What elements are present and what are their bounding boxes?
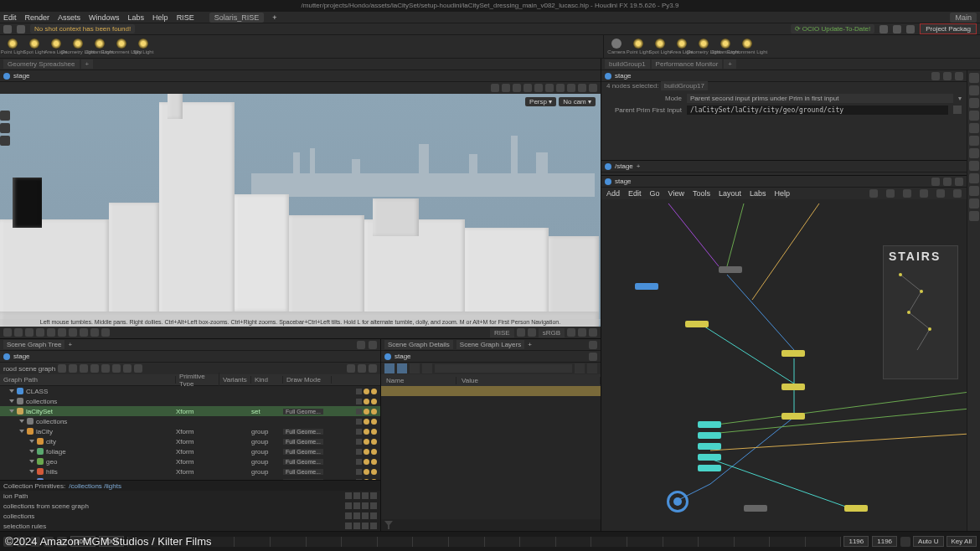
tree-tb-3[interactable] (80, 364, 88, 373)
vp-tool-5[interactable] (534, 84, 543, 92)
nv-btn-2[interactable] (397, 363, 407, 373)
vpc-r1[interactable] (567, 328, 575, 337)
net-stage-crumb[interactable]: stage (615, 178, 632, 185)
tree-tb-5[interactable] (101, 364, 110, 373)
node-6[interactable] (781, 413, 805, 420)
tree-opt-1[interactable] (357, 341, 365, 349)
vpc-6[interactable] (58, 328, 66, 337)
vt-7[interactable] (969, 148, 979, 158)
details-body[interactable] (381, 386, 601, 519)
shelf-spot-light[interactable]: Spot Light (25, 38, 44, 56)
tree-tb-7[interactable] (123, 364, 132, 373)
shelf-lop-geometry[interactable]: Geometry Light (694, 38, 713, 56)
tree-stage-crumb[interactable]: stage (13, 353, 30, 360)
vp-tool-7[interactable] (556, 84, 565, 92)
auto-update[interactable]: Auto U (913, 536, 943, 547)
right-tab-add[interactable]: + (724, 59, 736, 69)
vt-11[interactable] (969, 198, 979, 209)
network-overview[interactable]: STAIRS (883, 245, 958, 379)
net-menu-layout[interactable]: Layout (719, 189, 741, 198)
menu-assets[interactable]: Assets (58, 13, 80, 22)
tree-tb-2[interactable] (69, 364, 77, 373)
desktop-add[interactable]: + (272, 13, 276, 22)
menu-labs[interactable]: Labs (128, 13, 145, 22)
net-tb-5[interactable] (936, 189, 945, 198)
gear-icon[interactable] (589, 84, 597, 92)
nv-btn-1[interactable] (384, 363, 395, 373)
details-opt[interactable] (589, 341, 597, 349)
details-selected-row[interactable] (381, 386, 601, 396)
save-icon[interactable] (17, 25, 25, 33)
tab-scene-graph-details[interactable]: Scene Graph Details (384, 340, 453, 349)
col-graph-path[interactable]: Graph Path (0, 376, 176, 384)
node-1[interactable] (635, 283, 658, 290)
vp-tool-3[interactable] (513, 84, 521, 92)
nv-btn-copy[interactable] (587, 363, 597, 373)
frame-end-b[interactable]: 1196 (872, 536, 897, 547)
tree-tb-4[interactable] (90, 364, 99, 373)
menu-render[interactable]: Render (25, 13, 50, 22)
param-ppfi-picker-icon[interactable] (953, 106, 962, 114)
param-stage-crumb[interactable]: stage (615, 72, 632, 80)
vp-tool-6[interactable] (545, 84, 554, 92)
tree-row-hills[interactable]: hillsXformgroupFull Geome... (0, 466, 380, 476)
param-selnode[interactable]: buildGroup17 (661, 81, 708, 90)
tree-tb-8[interactable] (134, 364, 142, 373)
node-12[interactable] (844, 505, 868, 512)
vt-1[interactable] (969, 73, 979, 83)
nv-btn-4[interactable] (422, 363, 432, 373)
vp-rise-dropdown[interactable]: RISE (490, 328, 514, 337)
net-menu-labs[interactable]: Labs (750, 189, 766, 198)
filter-icon[interactable] (384, 521, 393, 529)
viewport-3d[interactable]: Persp ▾ No cam ▾ Left mouse tumbles. Mid… (0, 94, 601, 327)
vp-tool-2[interactable] (502, 84, 510, 92)
tree-row-collections[interactable]: collections (0, 416, 380, 426)
param-gear-icon[interactable] (955, 72, 963, 80)
tree-tb-r3[interactable] (369, 364, 377, 373)
shelf-lop-point[interactable]: Point Light (629, 38, 647, 56)
vp-srgb-dropdown[interactable]: sRGB (539, 328, 565, 337)
tree-row-lacity[interactable]: laCityXformgroupFull Geome... (0, 426, 380, 436)
net-menu-help[interactable]: Help (774, 189, 790, 198)
vp-tool-1[interactable] (491, 84, 499, 92)
col-kind[interactable]: Kind (251, 376, 283, 384)
vpc-9[interactable] (90, 328, 99, 337)
tree-row-city[interactable]: cityXformgroupFull Geome... (0, 436, 380, 446)
desktop-tab[interactable]: Solaris_RISE (209, 13, 265, 23)
param-opt-1[interactable] (931, 72, 940, 80)
vt-6[interactable] (969, 136, 979, 146)
vpc-10[interactable] (101, 328, 110, 337)
vt-3[interactable] (969, 98, 979, 108)
net-menu-edit[interactable]: Edit (628, 189, 642, 198)
status-ico-2[interactable] (893, 25, 901, 33)
timeline-track[interactable] (127, 537, 841, 547)
shelf-lop-env[interactable]: Environment Light (738, 38, 756, 56)
project-package-button[interactable]: Project Packag (920, 23, 977, 34)
tree-pin-icon[interactable] (3, 353, 10, 360)
node-10[interactable] (698, 454, 721, 461)
param-opt-2[interactable] (943, 72, 952, 80)
mid-pin-icon[interactable] (605, 163, 611, 170)
shelf-lop-camera[interactable]: Camera (607, 38, 626, 56)
nv-btn-snap[interactable] (575, 363, 585, 373)
tab-scene-graph-tree[interactable]: Scene Graph Tree (3, 340, 64, 349)
key-all[interactable]: Key All (946, 536, 977, 547)
tree-row-collections[interactable]: collections (0, 396, 380, 406)
viewport-stage-crumb[interactable]: stage (13, 72, 30, 80)
shelf-sky-light[interactable]: Sky Light (134, 38, 152, 56)
hud-persp[interactable]: Persp ▾ (525, 97, 556, 106)
tree-tb-6[interactable] (112, 364, 121, 373)
node-2[interactable] (719, 266, 742, 273)
net-pin-icon[interactable] (605, 178, 611, 185)
tree-row-geo[interactable]: geoXformgroupFull Geome... (0, 456, 380, 466)
col-draw-mode[interactable]: Draw Mode (283, 376, 332, 384)
net-tb-1[interactable] (869, 189, 878, 198)
net-opt-3[interactable] (955, 178, 963, 186)
vt-10[interactable] (969, 186, 979, 196)
tab-scene-graph-layers[interactable]: Scene Graph Layers (456, 340, 524, 349)
vt-2[interactable] (969, 85, 979, 95)
menu-help[interactable]: Help (152, 13, 168, 22)
mid-add[interactable]: + (637, 162, 641, 170)
tree-opt-2[interactable] (369, 341, 377, 349)
vpc-7[interactable] (69, 328, 77, 337)
